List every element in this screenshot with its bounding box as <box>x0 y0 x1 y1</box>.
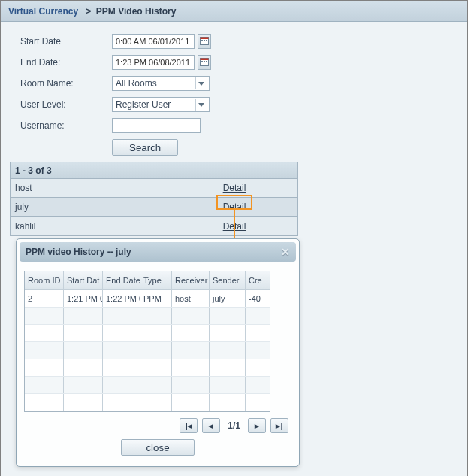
page-header: Virtual Currency > PPM Video History <box>1 1 467 22</box>
end-date-input[interactable] <box>112 55 195 70</box>
svg-rect-2 <box>201 40 203 41</box>
table-row: kahlil Detail <box>11 217 297 235</box>
modal-titlebar: PPM video History -- july ✕ <box>20 242 296 262</box>
user-cell: kahlil <box>11 217 171 235</box>
breadcrumb-current: PPM Video History <box>96 6 176 17</box>
breadcrumb: Virtual Currency > PPM Video History <box>8 6 176 17</box>
table-row: host Detail <box>11 179 297 198</box>
grid-row-empty <box>25 342 270 359</box>
room-name-row: Room Name: All Rooms <box>20 76 458 91</box>
pager-prev-button[interactable]: ◂ <box>202 418 220 433</box>
col-receiver[interactable]: Receiver <box>172 271 210 289</box>
detail-cell: Detail <box>171 217 297 235</box>
pager-page: 1/1 <box>228 420 240 431</box>
grid-row-empty <box>25 359 270 377</box>
detail-cell: Detail <box>171 198 297 216</box>
username-input[interactable] <box>112 118 201 133</box>
user-cell: host <box>11 179 171 197</box>
app-frame: Virtual Currency > PPM Video History Sta… <box>0 0 468 476</box>
start-date-row: Start Date <box>20 34 458 49</box>
grid-header-row: Room ID Start Dat End Date Type Receiver… <box>25 271 270 290</box>
grid-row-empty <box>25 394 270 411</box>
room-name-select[interactable]: All Rooms <box>112 76 210 91</box>
col-room-id[interactable]: Room ID <box>25 271 64 289</box>
results-table: 1 - 3 of 3 host Detail july Detail kahli… <box>10 162 298 236</box>
svg-rect-9 <box>206 61 207 62</box>
detail-link[interactable]: Detail <box>223 202 246 212</box>
grid-row-empty <box>25 308 270 325</box>
pager-first-button[interactable]: |◂ <box>180 418 198 433</box>
close-button[interactable]: close <box>121 439 194 456</box>
detail-link[interactable]: Detail <box>223 183 246 193</box>
filter-form: Start Date End Date: Room Name <box>20 34 458 156</box>
user-cell: july <box>11 198 171 216</box>
end-date-row: End Date: <box>20 55 458 70</box>
modal-footer: close <box>24 439 291 456</box>
room-name-value: All Rooms <box>116 78 157 89</box>
username-label: Username: <box>20 120 112 131</box>
table-row: july Detail <box>11 198 297 217</box>
page-body: Start Date End Date: Room Name <box>1 22 467 476</box>
grid-row-empty <box>25 325 270 342</box>
detail-link[interactable]: Detail <box>223 221 246 232</box>
cell-start-date: 1:21 PM 0 <box>64 290 103 307</box>
cell-sender: july <box>210 290 246 307</box>
svg-rect-1 <box>201 37 209 39</box>
col-credit[interactable]: Cre <box>246 271 270 289</box>
user-level-row: User Level: Register User <box>20 97 458 112</box>
modal-title-text: PPM video History -- july <box>26 247 131 257</box>
start-date-label: Start Date <box>20 36 112 47</box>
grid-row: 2 1:21 PM 0 1:22 PM 0 PPM host july -40 <box>25 290 270 308</box>
svg-rect-4 <box>206 40 207 41</box>
user-level-value: Register User <box>116 99 171 110</box>
calendar-icon <box>200 57 209 68</box>
history-grid: Room ID Start Dat End Date Type Receiver… <box>24 271 270 412</box>
grid-row-empty <box>25 377 270 394</box>
search-row: Search <box>20 139 458 156</box>
detail-modal: PPM video History -- july ✕ Room ID Star… <box>16 238 300 467</box>
cell-room-id: 2 <box>25 290 64 307</box>
user-level-label: User Level: <box>20 99 112 110</box>
start-date-calendar-button[interactable] <box>198 34 211 49</box>
col-start-date[interactable]: Start Dat <box>64 271 103 289</box>
col-type[interactable]: Type <box>140 271 172 289</box>
col-sender[interactable]: Sender <box>210 271 246 289</box>
username-row: Username: <box>20 118 458 133</box>
svg-rect-8 <box>204 61 205 62</box>
cell-receiver: host <box>172 290 210 307</box>
modal-body: Room ID Start Dat End Date Type Receiver… <box>17 265 299 466</box>
pager-next-button[interactable]: ▸ <box>248 418 266 433</box>
user-level-select[interactable]: Register User <box>112 97 210 112</box>
pager-last-button[interactable]: ▸| <box>270 418 288 433</box>
svg-rect-6 <box>201 58 209 60</box>
cell-type: PPM <box>140 290 172 307</box>
detail-cell: Detail <box>171 179 297 197</box>
search-button[interactable]: Search <box>112 139 178 156</box>
breadcrumb-separator: > <box>81 6 94 17</box>
svg-rect-7 <box>201 61 203 62</box>
calendar-icon <box>200 36 209 47</box>
cell-credit: -40 <box>246 290 270 307</box>
cell-end-date: 1:22 PM 0 <box>103 290 140 307</box>
room-name-label: Room Name: <box>20 78 112 89</box>
close-icon[interactable]: ✕ <box>281 246 290 258</box>
pager: |◂ ◂ 1/1 ▸ ▸| <box>24 418 291 433</box>
breadcrumb-root[interactable]: Virtual Currency <box>8 6 78 17</box>
end-date-calendar-button[interactable] <box>198 55 211 70</box>
col-end-date[interactable]: End Date <box>103 271 140 289</box>
start-date-input[interactable] <box>112 34 195 49</box>
svg-rect-3 <box>204 40 205 41</box>
results-range: 1 - 3 of 3 <box>11 162 297 179</box>
chevron-down-icon <box>195 99 206 111</box>
end-date-label: End Date: <box>20 57 112 68</box>
chevron-down-icon <box>195 77 206 89</box>
